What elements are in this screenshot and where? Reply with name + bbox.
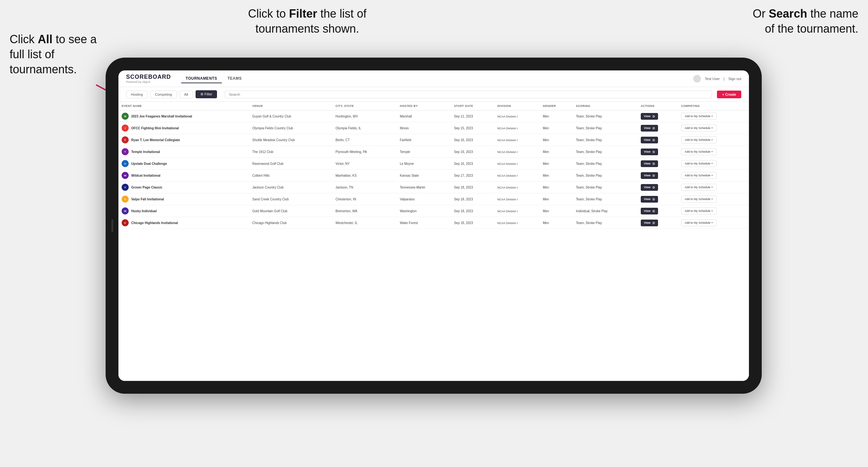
actions-2: View: [638, 134, 678, 146]
search-input[interactable]: [225, 91, 712, 98]
add-schedule-button-5[interactable]: Add to My Schedule +: [681, 172, 716, 179]
division-1: NCAA Division I: [494, 122, 539, 134]
col-division: DIVISION: [494, 102, 539, 111]
actions-1: View: [638, 122, 678, 134]
event-name-3: Temple Invitational: [131, 150, 160, 154]
view-button-4[interactable]: View: [641, 160, 658, 167]
add-schedule-button-3[interactable]: Add to My Schedule +: [681, 148, 716, 155]
date-5: Sep 17, 2023: [451, 169, 494, 182]
event-name-4: Upstate Dual Challenge: [131, 162, 167, 165]
annotation-topcenter: Click to Filter the list of tournaments …: [218, 6, 397, 36]
hosting-tab[interactable]: Hosting: [126, 91, 148, 98]
city-2: Berlin, CT: [332, 134, 397, 146]
team-logo-5: W: [122, 172, 129, 179]
venue-2: Shuttle Meadow Country Club: [249, 134, 332, 146]
team-logo-6: V: [122, 184, 129, 191]
create-button[interactable]: + Create: [717, 91, 741, 98]
col-venue: VENUE: [249, 102, 332, 111]
view-button-8[interactable]: View: [641, 208, 658, 214]
competing-9: Add to My Schedule +: [678, 217, 749, 229]
date-0: Sep 11, 2023: [451, 111, 494, 122]
filter-button[interactable]: ⚙ Filter: [195, 90, 217, 98]
tournaments-table: EVENT NAME VENUE CITY, STATE HOSTED BY S…: [118, 102, 749, 229]
division-2: NCAA Division I: [494, 134, 539, 146]
nav-tab-teams[interactable]: TEAMS: [223, 74, 246, 83]
add-schedule-button-8[interactable]: Add to My Schedule +: [681, 208, 716, 214]
table-header-row: EVENT NAME VENUE CITY, STATE HOSTED BY S…: [118, 102, 749, 111]
venue-0: Guyan Golf & Country Club: [249, 111, 332, 122]
gender-3: Men: [539, 146, 573, 158]
event-name-cell-8: W Husky Individual: [118, 205, 249, 217]
add-schedule-button-9[interactable]: Add to My Schedule +: [681, 219, 716, 226]
gender-9: Men: [539, 217, 573, 229]
view-button-7[interactable]: View: [641, 196, 658, 203]
view-button-0[interactable]: View: [641, 113, 658, 120]
col-city: CITY, STATE: [332, 102, 397, 111]
app-header: SCOREBOARD Powered by clipp'd TOURNAMENT…: [118, 70, 749, 87]
toolbar: Hosting Competing All ⚙ Filter + Create: [118, 87, 749, 102]
view-button-1[interactable]: View: [641, 125, 658, 131]
hosted-6: Tennessee-Martin: [397, 182, 451, 193]
view-button-5[interactable]: View: [641, 172, 658, 179]
annotation-topright: Or Search the name of the tournament.: [743, 6, 859, 36]
team-logo-1: I: [122, 125, 129, 131]
venue-9: Chicago Highlands Club: [249, 217, 332, 229]
scoring-2: Team, Stroke Play: [573, 134, 638, 146]
table-row: V Grover Page Classic Jackson Country Cl…: [118, 182, 749, 193]
scoring-9: Team, Stroke Play: [573, 217, 638, 229]
nav-tab-tournaments[interactable]: TOURNAMENTS: [181, 74, 222, 83]
logo-text: SCOREBOARD: [126, 73, 171, 80]
view-button-3[interactable]: View: [641, 149, 658, 155]
hosted-5: Kansas State: [397, 169, 451, 182]
scoring-6: Team, Stroke Play: [573, 182, 638, 193]
event-name-cell-7: V Valpo Fall Invitational: [118, 193, 249, 205]
date-3: Sep 16, 2023: [451, 146, 494, 158]
sign-out-link[interactable]: Sign out: [728, 77, 741, 81]
add-schedule-button-7[interactable]: Add to My Schedule +: [681, 195, 716, 203]
date-6: Sep 18, 2023: [451, 182, 494, 193]
add-schedule-button-1[interactable]: Add to My Schedule +: [681, 125, 716, 131]
scoring-8: Individual, Stroke Play: [573, 205, 638, 217]
gender-5: Men: [539, 169, 573, 182]
all-tab[interactable]: All: [180, 91, 193, 98]
col-event-name: EVENT NAME: [118, 102, 249, 111]
event-name-cell-4: U Upstate Dual Challenge: [118, 158, 249, 169]
gender-7: Men: [539, 193, 573, 205]
city-4: Victor, NY: [332, 158, 397, 169]
competing-3: Add to My Schedule +: [678, 146, 749, 158]
col-actions: ACTIONS: [638, 102, 678, 111]
table-row: F Ryan T. Lee Memorial Collegiate Shuttl…: [118, 134, 749, 146]
division-3: NCAA Division I: [494, 146, 539, 158]
hosted-9: Wake Forest: [397, 217, 451, 229]
city-8: Bremerton, WA: [332, 205, 397, 217]
add-schedule-button-6[interactable]: Add to My Schedule +: [681, 184, 716, 191]
event-name-cell-1: I OFCC Fighting Illini Invitational: [118, 122, 249, 134]
add-schedule-button-2[interactable]: Add to My Schedule +: [681, 136, 716, 144]
view-button-2[interactable]: View: [641, 137, 658, 144]
event-name-cell-3: T Temple Invitational: [118, 146, 249, 158]
city-0: Huntington, WV: [332, 111, 397, 122]
event-name-cell-2: F Ryan T. Lee Memorial Collegiate: [118, 134, 249, 146]
view-button-6[interactable]: View: [641, 184, 658, 191]
event-name-0: 2023 Joe Feaganes Marshall Invitational: [131, 115, 192, 118]
city-9: Westchester, IL: [332, 217, 397, 229]
event-name-9: Chicago Highlands Invitational: [131, 221, 178, 225]
competing-tab[interactable]: Competing: [150, 91, 177, 98]
table-row: W Husky Individual Gold Mountain Golf Cl…: [118, 205, 749, 217]
date-9: Sep 18, 2023: [451, 217, 494, 229]
actions-0: View: [638, 111, 678, 122]
actions-7: View: [638, 193, 678, 205]
actions-8: View: [638, 205, 678, 217]
venue-5: Colbert Hills: [249, 169, 332, 182]
division-7: NCAA Division I: [494, 193, 539, 205]
add-schedule-button-0[interactable]: Add to My Schedule +: [681, 113, 716, 120]
venue-3: The 1912 Club: [249, 146, 332, 158]
scoring-0: Team, Stroke Play: [573, 111, 638, 122]
scoring-5: Team, Stroke Play: [573, 169, 638, 182]
add-schedule-button-4[interactable]: Add to My Schedule +: [681, 160, 716, 167]
view-button-9[interactable]: View: [641, 220, 658, 226]
division-8: NCAA Division I: [494, 205, 539, 217]
table-row: W Wildcat Invitational Colbert Hills Man…: [118, 169, 749, 182]
gender-2: Men: [539, 134, 573, 146]
logo-area: SCOREBOARD Powered by clipp'd: [126, 73, 171, 84]
